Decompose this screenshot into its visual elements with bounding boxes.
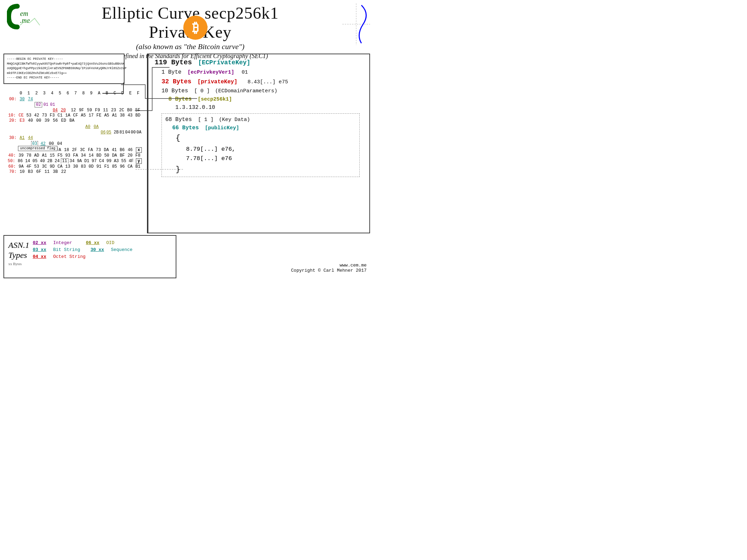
brace-close: } <box>176 165 356 174</box>
hex-f1: F1 <box>103 164 111 169</box>
hex-41: 41 <box>110 148 118 152</box>
hex-a3: A3 <box>113 159 120 164</box>
logo: em .me <box>7 3 48 30</box>
hex-bf: BF <box>118 153 126 158</box>
line-secp: 8 Bytes [secp256k1] <box>168 96 363 102</box>
bitcoin-logo: ₿ <box>183 16 208 40</box>
hex-9a: 9A <box>76 159 83 164</box>
hex-fe: FE <box>95 113 103 118</box>
hex-f8: F8 <box>134 153 142 158</box>
label-secp: [secp256k1] <box>198 96 232 102</box>
legend-items: 02 xx Integer 06 xx OID 03 xx Bit String… <box>33 239 132 259</box>
hex-46: 46 <box>126 148 134 152</box>
hex-40: 40 <box>39 159 46 164</box>
hex-00c: 00 <box>47 141 55 146</box>
x-box: x <box>136 147 142 153</box>
col-2: 2 <box>33 91 40 96</box>
hex-23: 23 <box>110 108 118 113</box>
page: em .me Elliptic Curve secp256k1 Private … <box>0 0 374 280</box>
label-private: [privateKey] <box>197 79 237 85</box>
hex-e3: E3 <box>18 118 26 123</box>
hex-0a2: 0A <box>136 130 142 135</box>
hex-40: 40 <box>26 118 35 123</box>
hex-53: 53 <box>33 164 41 169</box>
val-01: 01 <box>242 69 248 75</box>
hex-22: 22 <box>59 169 68 174</box>
hex-b3: B3 <box>26 169 35 174</box>
legend-row-1: 02 xx Integer 06 xx OID <box>33 240 132 245</box>
subtitle: (also known as "the Bitcoin curve") <box>42 42 339 51</box>
hex-a1b: A1 <box>40 153 48 158</box>
pem-line-3: oUQDQgAE+hgvPPpz2kG2Rjl4raEV9ZP6NBS9UNq/… <box>7 66 121 71</box>
hex-9f: 9F <box>77 108 85 113</box>
hex-f9: F9 <box>93 108 101 113</box>
label-1: [ 1 ] <box>198 117 213 123</box>
hex-c4: C4 <box>98 159 105 164</box>
row-label-30: 30: <box>3 136 17 140</box>
line-oid: 1.3.132.0.10 <box>175 104 363 111</box>
hex-78: 78 <box>25 153 33 158</box>
bytes-66: 66 Bytes <box>172 125 199 131</box>
coords: 8.79[...] e76, 7.78[...] e76 <box>186 144 356 163</box>
hex-20: 20 <box>126 153 134 158</box>
hex-ba: BA <box>68 118 76 123</box>
hex-3b: 3B <box>51 169 59 174</box>
hex-74: 74 <box>26 97 35 102</box>
bytes-119: 119 Bytes <box>155 58 192 66</box>
copyright-block: www.cem.me Copyright © Carl Mehner 2017 <box>291 263 367 273</box>
hex-row-30: 30: A1 44 <box>3 136 142 140</box>
hex-11: 11 <box>102 108 110 113</box>
hex-d1: D1 <box>83 159 90 164</box>
legend-02-code: 02 xx <box>33 240 46 245</box>
hex-row-40: 40: 39 78 AD A1 15 F5 93 FA 34 14 BD 50 … <box>3 153 142 158</box>
right-panel: 119 Bytes [ECPrivateKey] 1 Byte [ecPrivk… <box>147 54 370 233</box>
row-label-70: 70: <box>3 169 17 174</box>
coord-x: 8.79[...] e76, <box>186 144 356 154</box>
bytes-8: 8 Bytes <box>168 96 192 102</box>
hex-row-00: 00: 30 74 <box>3 97 142 102</box>
oid-val: 1.3.132.0.10 <box>175 104 215 111</box>
hex-3c: 3C <box>40 164 48 169</box>
hex-fa2: FA <box>86 148 94 152</box>
legend-04-code: 04 xx <box>33 254 46 259</box>
hex-row-10: 10: CE 53 42 73 F3 C1 1A CF A5 17 FE A5 … <box>3 113 142 118</box>
hex-b6: B6 <box>118 148 126 152</box>
hex-34: 34 <box>68 159 76 164</box>
hex-0a: 0A <box>92 124 100 129</box>
hex-bd: BD <box>95 153 103 158</box>
hex-30: 30 <box>72 164 80 169</box>
hex-ed: ED <box>59 118 68 123</box>
line-pubkey: 66 Bytes [publicKey] <box>172 125 356 131</box>
row-label-40: 40: <box>3 153 16 158</box>
hex-a5b: A5 <box>103 113 111 118</box>
hex-34: 34 <box>80 153 87 158</box>
hex-f5: F5 <box>56 153 64 158</box>
hex-04: 04 <box>51 108 59 113</box>
hex-18: 18 <box>63 148 71 152</box>
bitcoin-symbol: ₿ <box>192 20 199 35</box>
hex-91: 91 <box>95 164 103 169</box>
row-label-60: 60: <box>3 164 16 169</box>
hex-2f: 2F <box>71 148 79 152</box>
hex-12: 12 <box>70 108 77 113</box>
hex-row-20: 20: E3 40 00 39 56 ED BA <box>3 118 142 123</box>
hex-14: 14 <box>24 159 31 164</box>
hex-43: 43 <box>126 113 134 118</box>
hex-ad: AD <box>33 153 41 158</box>
hex-ce: CE <box>17 113 25 118</box>
hex-06: 06 <box>100 130 106 135</box>
hex-b1: B1 <box>134 164 142 169</box>
hex-24: 24 <box>54 159 61 164</box>
hex-01a: 01 <box>43 102 48 107</box>
hex-20: 20 <box>59 108 67 113</box>
legend-03-label: Bit String <box>53 247 80 252</box>
hex-17: 17 <box>87 113 95 118</box>
legend-row-2: 03 xx Bit String 30 xx Sequence <box>33 247 132 252</box>
copyright-text: Copyright © Carl Mehner 2017 <box>291 268 367 273</box>
hex-11c: 11 <box>43 169 51 174</box>
svg-text:.me: .me <box>20 17 30 24</box>
byte-1: 1 Byte <box>162 69 182 75</box>
label-pubkey: [publicKey] <box>205 125 239 131</box>
brace-open: { <box>176 134 356 142</box>
pem-line-2: MHQCAQEIBKfWfkRIyywX85TQnPzwRrPpRf+paE4Q… <box>7 62 121 67</box>
